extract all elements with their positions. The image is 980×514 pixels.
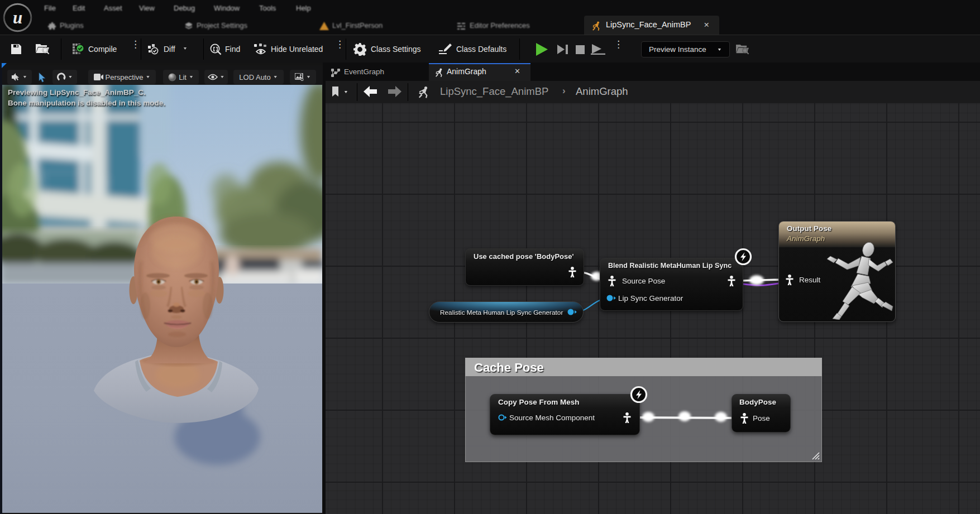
svg-text:u: u (13, 8, 22, 27)
